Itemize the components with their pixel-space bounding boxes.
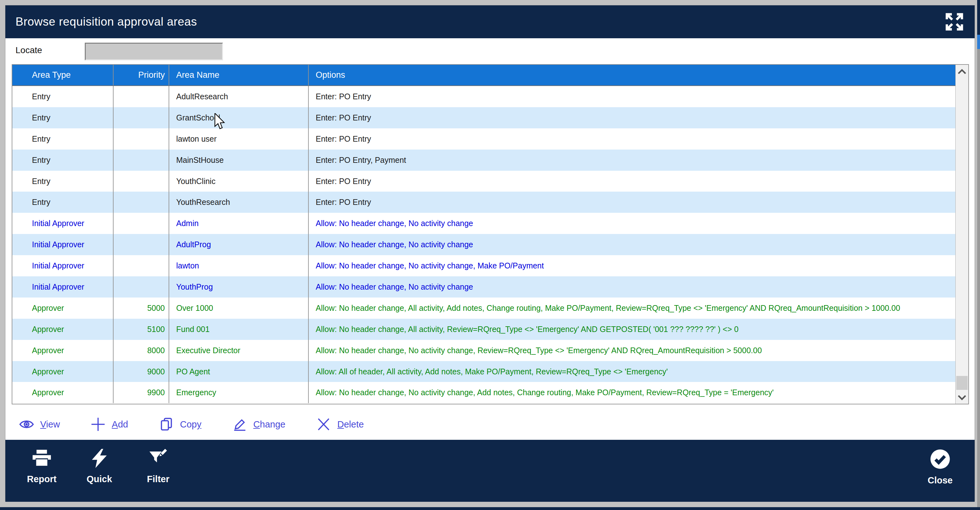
cell-priority (114, 129, 169, 149)
cell-area-type: Approver (12, 340, 114, 361)
cell-options: Allow: No header change, No activity cha… (309, 276, 955, 297)
table-row[interactable]: Entry AdultResearch Enter: PO Entry (12, 86, 955, 107)
cell-area-type: Approver (12, 361, 114, 382)
column-header-options[interactable]: Options (309, 65, 955, 85)
cell-area-type: Initial Approver (12, 234, 114, 255)
table-row[interactable]: Approver 5000 Over 1000 Allow: No header… (12, 297, 955, 319)
cell-area-name: Over 1000 (169, 297, 309, 319)
expand-button[interactable] (943, 10, 966, 33)
cell-priority: 8000 (114, 340, 169, 361)
table-row[interactable]: Approver 9900 Emergency Allow: No header… (12, 382, 955, 403)
cell-area-name: YouthProg (169, 276, 309, 297)
table-body: Entry AdultResearch Enter: PO Entry Entr… (12, 86, 955, 403)
column-header-priority[interactable]: Priority (114, 65, 169, 85)
cell-priority: 5000 (114, 297, 169, 319)
cell-area-type: Approver (12, 382, 114, 403)
table-row[interactable]: Approver 5100 Fund 001 Allow: No header … (12, 319, 955, 340)
cell-priority (114, 234, 169, 255)
close-label: Close (928, 475, 953, 486)
table-row[interactable]: Entry YouthResearch Enter: PO Entry (12, 192, 955, 213)
view-button[interactable]: View (19, 416, 60, 432)
locate-input[interactable] (85, 43, 223, 60)
cell-priority (114, 213, 169, 234)
vertical-scrollbar[interactable] (955, 65, 968, 404)
locate-label: Locate (16, 45, 42, 55)
cell-area-name: lawton (169, 255, 309, 276)
cell-area-name: PO Agent (169, 361, 309, 382)
eye-icon (19, 416, 35, 432)
column-header-area-type[interactable]: Area Type (12, 65, 114, 85)
pencil-icon (232, 416, 248, 432)
cell-area-name: AdultProg (169, 234, 309, 255)
cell-area-type: Approver (12, 319, 114, 340)
cell-area-type: Entry (12, 149, 114, 171)
cell-area-type: Initial Approver (12, 213, 114, 234)
cell-area-type: Entry (12, 129, 114, 149)
mouse-cursor (214, 113, 225, 131)
cell-options: Enter: PO Entry (309, 86, 955, 107)
plus-icon (90, 416, 106, 432)
cell-options: Allow: No header change, No activity cha… (309, 382, 955, 403)
cell-area-type: Entry (12, 171, 114, 192)
cell-area-type: Approver (12, 297, 114, 319)
cell-priority (114, 255, 169, 276)
cell-options: Allow: No header change, No activity cha… (309, 255, 955, 276)
cell-priority: 9900 (114, 382, 169, 403)
approval-areas-table: Area Type Priority Area Name Options Ent… (12, 64, 969, 404)
cell-area-type: Entry (12, 86, 114, 107)
cell-options: Allow: No header change, All activity, A… (309, 297, 955, 319)
scrollbar-thumb[interactable] (956, 376, 968, 390)
column-header-area-name[interactable]: Area Name (169, 65, 309, 85)
cell-area-name: Executive Director (169, 340, 309, 361)
cell-options: Allow: No header change, No activity cha… (309, 234, 955, 255)
copy-button[interactable]: Copy (159, 416, 202, 432)
page-title: Browse requisition approval areas (5, 15, 197, 29)
scroll-down-button[interactable] (956, 394, 968, 400)
screen-background: Browse requisition approval areas Locate… (0, 0, 980, 510)
background-window-right-edge (977, 0, 980, 510)
quick-button[interactable]: Quick (76, 448, 123, 485)
cell-priority (114, 86, 169, 107)
cell-area-name: lawton user (169, 129, 309, 149)
cell-priority (114, 192, 169, 213)
table-row[interactable]: Initial Approver Admin Allow: No header … (12, 213, 955, 234)
locate-row: Locate (5, 38, 975, 64)
chevron-down-icon (957, 394, 967, 400)
table-row[interactable]: Entry MainStHouse Enter: PO Entry, Payme… (12, 149, 955, 171)
report-button[interactable]: Report (18, 448, 65, 485)
table-row[interactable]: Initial Approver YouthProg Allow: No hea… (12, 276, 955, 297)
table-header-row: Area Type Priority Area Name Options (12, 65, 955, 86)
copy-icon (159, 416, 174, 432)
table-row[interactable]: Approver 8000 Executive Director Allow: … (12, 340, 955, 361)
cell-options: Enter: PO Entry (309, 107, 955, 129)
cell-options: Allow: No header change, No activity cha… (309, 340, 955, 361)
quick-label: Quick (87, 474, 112, 485)
cell-options: Enter: PO Entry (309, 129, 955, 149)
cell-area-name: GrantSchool (169, 107, 309, 129)
cell-priority (114, 171, 169, 192)
lightning-icon (89, 448, 110, 469)
table-row[interactable]: Initial Approver lawton Allow: No header… (12, 255, 955, 276)
view-label: View (40, 419, 60, 430)
table-row[interactable]: Entry GrantSchool Enter: PO Entry (12, 107, 955, 129)
table-row[interactable]: Approver 9000 PO Agent Allow: All of hea… (12, 361, 955, 382)
cell-options: Allow: No header change, No activity cha… (309, 213, 955, 234)
background-window-bottom-edge (0, 507, 980, 510)
scroll-up-button[interactable] (956, 68, 968, 75)
cell-area-name: YouthClinic (169, 171, 309, 192)
delete-button[interactable]: Delete (316, 416, 364, 432)
add-button[interactable]: Add (90, 416, 128, 432)
cell-options: Enter: PO Entry (309, 192, 955, 213)
cell-options: Allow: All of header, All activity, Add … (309, 361, 955, 382)
printer-icon (31, 448, 52, 469)
expand-arrows-icon (943, 11, 965, 33)
chevron-up-icon (957, 68, 967, 75)
change-button[interactable]: Change (232, 416, 286, 432)
close-button[interactable]: Close (916, 448, 964, 486)
table-row[interactable]: Entry lawton user Enter: PO Entry (12, 129, 955, 149)
table-row[interactable]: Initial Approver AdultProg Allow: No hea… (12, 234, 955, 255)
filter-button[interactable]: Filter (134, 448, 182, 485)
table-row[interactable]: Entry YouthClinic Enter: PO Entry (12, 171, 955, 192)
cell-area-name: MainStHouse (169, 149, 309, 171)
cell-area-type: Initial Approver (12, 255, 114, 276)
